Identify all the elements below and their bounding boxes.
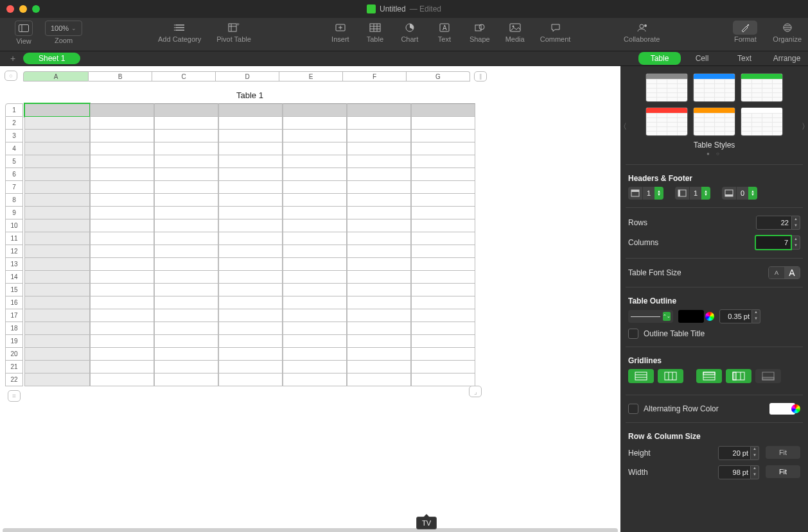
cell[interactable] [90,373,154,386]
cell[interactable] [347,322,411,335]
cell[interactable] [154,207,218,219]
comment-button[interactable]: Comment [540,21,571,43]
cell[interactable] [411,207,475,219]
row-header[interactable]: 13 [5,258,23,271]
columns-field[interactable]: ▲▼ [755,235,800,250]
cell[interactable] [411,194,475,207]
organize-button[interactable]: Organize [773,21,802,43]
cell[interactable] [154,284,218,296]
header-rows-stepper[interactable]: 1 ▲▼ [628,187,663,200]
cell[interactable] [218,103,283,117]
cell[interactable] [218,309,283,322]
cell[interactable] [218,322,283,335]
row-header[interactable]: 7 [5,181,23,194]
cell[interactable] [24,142,90,155]
cell[interactable] [24,335,90,348]
cell[interactable] [283,322,347,335]
table-origin-handle[interactable]: ○ [4,71,17,81]
cell[interactable] [218,219,283,232]
row-header[interactable]: 4 [5,142,23,155]
cell[interactable] [90,155,154,168]
shape-button[interactable]: Shape [470,21,490,43]
table-style-orange[interactable] [694,108,735,135]
table-resize-handle[interactable]: ⌟ [469,386,482,397]
cell[interactable] [411,284,475,296]
text-button[interactable]: A Text [435,21,454,43]
cell[interactable] [218,373,283,386]
gridlines-horizontal-body[interactable] [628,369,654,383]
cell[interactable] [283,284,347,296]
cell[interactable] [90,103,154,117]
cell[interactable] [90,232,154,245]
header-cols-stepper[interactable]: 1 ▲▼ [675,187,710,200]
cell[interactable] [218,207,283,219]
tab-text[interactable]: Text [723,52,766,65]
cell[interactable] [154,219,218,232]
cell[interactable] [411,142,475,155]
table-style-plain[interactable] [741,108,782,135]
add-row-handle[interactable]: = [8,390,21,402]
column-header[interactable]: E [279,71,343,82]
fit-width-button[interactable]: Fit [766,465,800,478]
spreadsheet-canvas[interactable]: ○ ABCDEFG‖ Table 1 123456789101112131415… [0,66,620,532]
row-header[interactable]: 17 [5,309,23,322]
cell[interactable] [154,373,218,386]
cell[interactable] [411,258,475,271]
alt-row-checkbox[interactable] [628,404,638,414]
cell[interactable] [283,155,347,168]
cell[interactable] [154,348,218,361]
table-style-gray[interactable] [646,74,687,101]
cell[interactable] [347,117,411,130]
cell[interactable] [218,284,283,296]
cell[interactable] [411,117,475,130]
cell[interactable] [411,361,475,373]
cell[interactable] [411,335,475,348]
cell[interactable] [154,322,218,335]
cell[interactable] [347,361,411,373]
cell[interactable] [283,361,347,373]
cell[interactable] [90,322,154,335]
cell[interactable] [411,155,475,168]
col-width-field[interactable]: ▲▼ [718,465,759,479]
cell[interactable] [347,232,411,245]
gridlines-horizontal-header[interactable] [696,369,722,383]
cell[interactable] [347,155,411,168]
row-header[interactable]: 5 [5,155,23,168]
cell[interactable] [411,309,475,322]
cell[interactable] [24,219,90,232]
fit-height-button[interactable]: Fit [766,446,800,459]
cell[interactable] [90,296,154,309]
cell[interactable] [218,168,283,181]
cell[interactable] [24,232,90,245]
cell[interactable] [218,181,283,194]
table-style-green[interactable] [741,74,782,101]
cell[interactable] [283,103,347,117]
cell[interactable] [283,296,347,309]
row-header[interactable]: 16 [5,296,23,309]
cell[interactable] [347,296,411,309]
collaborate-button[interactable]: Collaborate [624,21,660,43]
cell[interactable] [411,271,475,284]
cell[interactable] [90,130,154,142]
footer-rows-stepper[interactable]: 0 ▲▼ [722,187,757,200]
cell[interactable] [283,335,347,348]
cell[interactable] [90,348,154,361]
cell[interactable] [24,258,90,271]
row-header[interactable]: 21 [5,361,23,373]
cell[interactable] [154,103,218,117]
cell[interactable] [24,361,90,373]
cell[interactable] [411,219,475,232]
insert-button[interactable]: Insert [331,21,350,43]
cell[interactable] [218,194,283,207]
cell[interactable] [347,258,411,271]
cell[interactable] [24,309,90,322]
cell[interactable] [347,142,411,155]
cell[interactable] [283,373,347,386]
cell[interactable] [154,155,218,168]
cell[interactable] [411,103,475,117]
cell[interactable] [90,335,154,348]
tab-table[interactable]: Table [638,52,681,65]
zoom-menu[interactable]: 100%⌄ Zoom [42,21,85,44]
cell[interactable] [90,207,154,219]
view-button[interactable]: View [14,21,33,45]
